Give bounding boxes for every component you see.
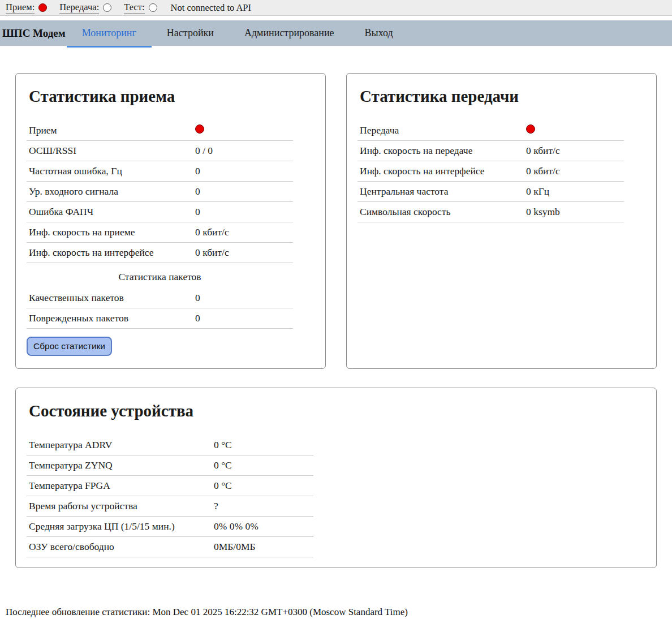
stat-label: ОЗУ всего/свободно xyxy=(27,537,212,557)
table-row: Центральная частота 0 кГц xyxy=(357,182,624,202)
tx-stats-table: Передача Инф. скорость на передаче 0 кби… xyxy=(357,121,624,222)
stat-value xyxy=(524,121,624,141)
table-row: Передача xyxy=(357,121,624,141)
table-row: Время работы устройства ? xyxy=(27,496,313,517)
stat-value: 0 кбит/с xyxy=(524,161,624,182)
table-row: Инф. скорость на интерфейсе 0 кбит/с xyxy=(27,243,293,263)
stat-label: Температура FPGA xyxy=(27,476,212,496)
tab-monitoring[interactable]: Мониторинг xyxy=(67,20,152,46)
table-row: Поврежденных пакетов 0 xyxy=(27,308,293,329)
rx-stats-table: Прием ОСШ/RSSI 0 / 0 Частотная ошибка, Г… xyxy=(27,121,293,329)
last-update-text: Последнее обновление статистики: Mon Dec… xyxy=(0,607,672,618)
stat-value: 0 °C xyxy=(212,435,313,455)
stat-value: 0% 0% 0% xyxy=(212,517,313,537)
table-row: Ошибка ФАПЧ 0 xyxy=(27,202,293,222)
table-row: Инф. скорость на передаче 0 кбит/с xyxy=(357,141,624,161)
tab-settings[interactable]: Настройки xyxy=(152,20,229,46)
rx-state-indicator-icon xyxy=(195,124,204,134)
test-status-label: Тест: xyxy=(124,2,144,14)
table-section-header-row: Статистика пакетов xyxy=(27,263,293,289)
stat-label: Символьная скорость xyxy=(357,202,524,222)
table-row: Температура FPGA 0 °C xyxy=(27,476,313,496)
stat-label: Ошибка ФАПЧ xyxy=(27,202,193,222)
main-nav: ШПС Модем Мониторинг Настройки Администр… xyxy=(0,20,672,46)
tab-administration[interactable]: Администрирование xyxy=(229,20,350,46)
receive-indicator-icon xyxy=(38,3,47,12)
stat-label: Частотная ошибка, Гц xyxy=(27,161,193,182)
reset-statistics-button[interactable]: Сброс статистики xyxy=(27,337,112,356)
table-row: Температура ADRV 0 °C xyxy=(27,435,313,455)
stat-label: Время работы устройства xyxy=(27,496,212,517)
table-row: Средняя загрузка ЦП (1/5/15 мин.) 0% 0% … xyxy=(27,517,313,537)
stat-value: 0 / 0 xyxy=(193,141,293,161)
transmit-indicator-icon xyxy=(103,3,111,12)
stat-label: Качественных пакетов xyxy=(27,288,193,308)
tx-statistics-card: Статистика передачи Передача Инф. скорос… xyxy=(346,73,657,369)
transmit-status-label: Передача: xyxy=(59,2,99,14)
rx-card-title: Статистика приема xyxy=(29,87,315,106)
table-row: Частотная ошибка, Гц 0 xyxy=(27,161,293,182)
stat-label: Передача xyxy=(357,121,524,141)
stat-label: Средняя загрузка ЦП (1/5/15 мин.) xyxy=(27,517,212,537)
stat-label: Ур. входного сигнала xyxy=(27,182,193,202)
test-indicator-icon xyxy=(149,3,157,12)
device-stats-table: Температура ADRV 0 °C Температура ZYNQ 0… xyxy=(27,435,313,557)
status-bar: Прием: Передача: Тест: Not connected to … xyxy=(0,0,672,16)
test-status: Тест: xyxy=(124,2,157,14)
stats-cards-row: Статистика приема Прием ОСШ/RSSI 0 / 0 Ч… xyxy=(0,73,672,369)
tab-logout[interactable]: Выход xyxy=(350,20,408,46)
device-card-title: Состояние устройства xyxy=(29,402,645,420)
stat-value: ? xyxy=(212,496,313,517)
stat-label: Температура ZYNQ xyxy=(27,455,212,476)
stat-value: 0 xyxy=(193,288,293,308)
stat-value xyxy=(193,121,293,141)
app-brand: ШПС Модем xyxy=(2,20,67,46)
transmit-status: Передача: xyxy=(59,2,111,14)
stat-value: 0 ksymb xyxy=(524,202,624,222)
packets-section-header: Статистика пакетов xyxy=(27,263,293,289)
stat-value: 0 кбит/с xyxy=(193,222,293,243)
receive-status: Прием: xyxy=(6,2,47,14)
stat-label: ОСШ/RSSI xyxy=(27,141,193,161)
stat-value: 0 xyxy=(193,202,293,222)
stat-value: 0 кбит/с xyxy=(524,141,624,161)
stat-label: Поврежденных пакетов xyxy=(27,308,193,329)
tx-card-title: Статистика передачи xyxy=(360,87,645,106)
stat-label: Температура ADRV xyxy=(27,435,212,455)
table-row: Ур. входного сигнала 0 xyxy=(27,182,293,202)
stat-value: 0 xyxy=(193,161,293,182)
table-row: Качественных пакетов 0 xyxy=(27,288,293,308)
stat-label: Центральная частота xyxy=(357,182,524,202)
stat-label: Инф. скорость на приеме xyxy=(27,222,193,243)
device-state-card: Состояние устройства Температура ADRV 0 … xyxy=(15,388,657,568)
stat-label: Прием xyxy=(27,121,193,141)
table-row: Температура ZYNQ 0 °C xyxy=(27,455,313,476)
stat-value: 0 xyxy=(193,182,293,202)
stat-label: Инф. скорость на интерфейсе xyxy=(357,161,524,182)
table-row: ОЗУ всего/свободно 0МБ/0МБ xyxy=(27,537,313,557)
stat-value: 0 кбит/с xyxy=(193,243,293,263)
stat-value: 0МБ/0МБ xyxy=(212,537,313,557)
table-row: Инф. скорость на интерфейсе 0 кбит/с xyxy=(357,161,624,182)
stat-value: 0 xyxy=(193,308,293,329)
stat-label: Инф. скорость на передаче xyxy=(357,141,524,161)
rx-statistics-card: Статистика приема Прием ОСШ/RSSI 0 / 0 Ч… xyxy=(15,73,326,369)
receive-status-label: Прием: xyxy=(6,2,35,14)
stat-value: 0 кГц xyxy=(524,182,624,202)
stat-value: 0 °C xyxy=(212,476,313,496)
stat-value: 0 °C xyxy=(212,455,313,476)
stat-label: Инф. скорость на интерфейсе xyxy=(27,243,193,263)
table-row: Символьная скорость 0 ksymb xyxy=(357,202,624,222)
table-row: ОСШ/RSSI 0 / 0 xyxy=(27,141,293,161)
api-connection-status: Not connected to API xyxy=(171,2,252,14)
tx-state-indicator-icon xyxy=(526,124,535,134)
table-row: Инф. скорость на приеме 0 кбит/с xyxy=(27,222,293,243)
table-row: Прием xyxy=(27,121,293,141)
